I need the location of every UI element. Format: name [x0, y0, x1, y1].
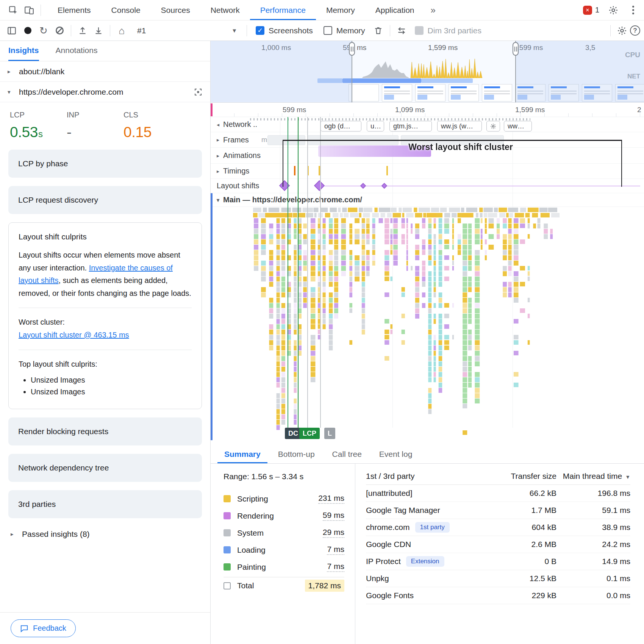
filmstrip-screenshot[interactable] — [449, 84, 479, 102]
ruler-time-label: 1,599 ms — [515, 106, 545, 114]
dim-third-parties-toggle[interactable]: Dim 3rd parties — [415, 26, 481, 35]
more-tabs-icon[interactable]: » — [424, 0, 441, 20]
party-name-text: IP Protect — [366, 557, 401, 566]
network-request-chip-gear[interactable] — [486, 121, 500, 131]
main-thread-flame-chart[interactable] — [212, 207, 644, 440]
insight-card[interactable]: Render blocking requests — [8, 417, 202, 445]
reload-record-icon[interactable]: ↻ — [36, 23, 52, 39]
kebab-menu-icon[interactable] — [627, 6, 639, 14]
minimap-dim-right — [516, 41, 644, 102]
record-icon[interactable] — [20, 23, 36, 39]
insight-card[interactable]: LCP request discovery — [8, 186, 202, 214]
timeline-marker-lcp[interactable]: LCP — [299, 428, 320, 439]
tab-event-log[interactable]: Event log — [372, 446, 419, 463]
garbage-collect-icon[interactable] — [370, 23, 386, 39]
cluster-bracket-end — [283, 140, 283, 187]
inspect-frame-icon[interactable] — [194, 88, 203, 97]
tab-sources[interactable]: Sources — [151, 0, 200, 20]
device-toolbar-icon[interactable] — [21, 2, 37, 18]
tab-call-tree[interactable]: Call tree — [325, 446, 369, 463]
sidebar-tab-annotations[interactable]: Annotations — [56, 41, 98, 61]
tab-performance[interactable]: Performance — [250, 0, 316, 20]
chevron-icon: ▾ — [8, 89, 14, 95]
filmstrip-screenshot[interactable] — [482, 84, 512, 102]
tab-memory[interactable]: Memory — [316, 0, 365, 20]
party-row[interactable]: Google Fonts229 kB0.0 ms — [366, 587, 630, 604]
party-name: Google Fonts — [366, 591, 490, 600]
insight-card[interactable]: LCP by phase — [8, 150, 202, 178]
tab-summary[interactable]: Summary — [217, 446, 267, 463]
network-request-chip[interactable]: ww.js (w… — [437, 121, 482, 131]
insight-card[interactable]: 3rd parties — [8, 490, 202, 518]
toggle-sidebar-icon[interactable] — [4, 23, 20, 39]
party-row[interactable]: Google Tag Manager1.7 MB59.1 ms — [366, 502, 630, 519]
insight-card[interactable]: Network dependency tree — [8, 454, 202, 482]
filmstrip-screenshot[interactable] — [349, 84, 379, 102]
network-request-chip[interactable]: ww… — [504, 121, 532, 131]
layout-shift-culprits-card[interactable]: Layout shift culprits Layout shifts occu… — [8, 222, 202, 409]
header-transfer-size[interactable]: Transfer size — [490, 472, 556, 481]
memory-checkbox[interactable]: Memory — [324, 26, 365, 35]
network-request-chip[interactable]: u… — [367, 121, 384, 131]
insight-cards-bottom: Render blocking requestsNetwork dependen… — [8, 417, 202, 518]
legend-label: System — [237, 528, 264, 538]
network-overview-bar — [421, 78, 473, 83]
help-icon[interactable]: ? — [630, 25, 640, 36]
error-count: 1 — [595, 6, 599, 14]
settings-gear-icon[interactable] — [605, 2, 621, 18]
party-transfer-size: 66.2 kB — [490, 489, 556, 498]
selection-handle-right[interactable] — [513, 42, 519, 56]
screenshots-checkbox[interactable]: ✓ Screenshots — [256, 26, 313, 35]
feedback-button[interactable]: Feedback — [11, 619, 76, 637]
network-request-chip[interactable]: gtm.js… — [389, 121, 432, 131]
network-request-chip[interactable]: ogb (d… — [320, 121, 361, 131]
perf-settings-gear-icon[interactable] — [614, 23, 630, 39]
tab-network[interactable]: Network — [200, 0, 250, 20]
filmstrip-screenshot[interactable] — [382, 84, 412, 102]
track-timings[interactable]: ▸Timings — [211, 164, 644, 179]
frame-row[interactable]: ▾https://developer.chrome.com — [0, 82, 210, 102]
chevron-right-icon: ▸ — [11, 531, 17, 538]
live-metrics-home-icon[interactable]: ⌂ — [114, 23, 130, 39]
download-trace-icon[interactable] — [91, 23, 106, 39]
header-main-thread-time[interactable]: Main thread time▼ — [556, 472, 630, 481]
clear-icon[interactable] — [52, 23, 67, 39]
inspect-icon[interactable] — [5, 2, 21, 18]
session-selector[interactable]: #1 ▼ — [130, 26, 243, 35]
worst-cluster-link[interactable]: Layout shift cluster @ 463.15 ms — [19, 331, 129, 339]
party-row[interactable]: Unpkg12.5 kB0.1 ms — [366, 570, 630, 587]
timeline-minimap[interactable]: 1,000 ms599 ms1,599 ms2,599 ms3,5 CPU NE… — [211, 41, 644, 103]
header-party[interactable]: 1st / 3rd party — [366, 472, 490, 481]
selection-handle-left[interactable] — [349, 42, 355, 56]
legend-value: 7 ms — [327, 562, 344, 572]
metric-value: - — [67, 124, 123, 141]
timeline-marker-l[interactable]: L — [324, 428, 335, 439]
timeline-panel: 1,000 ms599 ms1,599 ms2,599 ms3,5 CPU NE… — [211, 41, 644, 644]
party-row[interactable]: Google CDN2.6 MB24.2 ms — [366, 536, 630, 553]
frame-row[interactable]: ▸about://blank — [0, 61, 210, 82]
party-row[interactable]: IP ProtectExtension0 B14.9 ms — [366, 553, 630, 570]
worst-cluster-label: Worst cluster: — [19, 316, 192, 329]
tab-elements[interactable]: Elements — [47, 0, 101, 20]
tab-bottom-up[interactable]: Bottom-up — [271, 446, 322, 463]
capture-settings-icon[interactable] — [394, 23, 410, 39]
card-title: Layout shift culprits — [19, 232, 192, 241]
upload-trace-icon[interactable] — [75, 23, 91, 39]
party-row[interactable]: [unattributed]66.2 kB196.8 ms — [366, 485, 630, 502]
tab-console[interactable]: Console — [101, 0, 151, 20]
track-main-thread[interactable]: ▾Main — https://developer.chrome.com/ — [211, 193, 644, 207]
dim-toggle-icon — [415, 26, 424, 35]
chevron-right-icon: ▸ — [217, 137, 219, 143]
divider — [19, 350, 192, 350]
sort-down-icon: ▼ — [625, 474, 630, 480]
filmstrip-screenshot[interactable] — [415, 84, 445, 102]
error-badge[interactable]: × 1 — [583, 6, 599, 15]
web-vitals-metrics: LCP0.53sINP-CLS0.15 — [0, 102, 210, 144]
timeline-detail[interactable]: 599 ms1,099 ms1,599 ms2 ◂Network .. ogb … — [211, 103, 644, 446]
cluster-bracket — [283, 140, 622, 141]
tab-application[interactable]: Application — [365, 0, 425, 20]
sidebar-tab-insights[interactable]: Insights — [8, 41, 39, 61]
party-row[interactable]: chrome.com1st party604 kB38.9 ms — [366, 519, 630, 536]
passed-insights-row[interactable]: ▸ Passed insights (8) — [8, 527, 202, 539]
party-name-text: Google CDN — [366, 540, 411, 549]
